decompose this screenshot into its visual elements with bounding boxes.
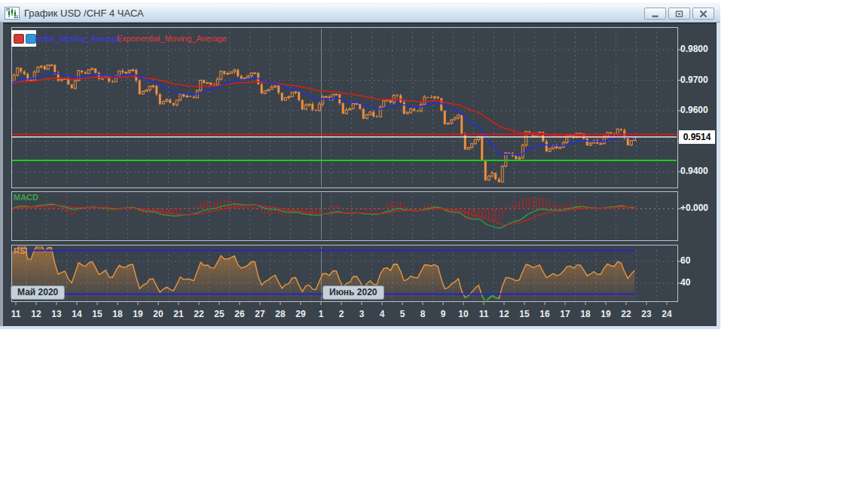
time-axis-label: 22 [189, 309, 209, 319]
chart-window: График USD /CHF 4 ЧАСА Exponential_Movin… [0, 3, 720, 329]
time-axis-label: 19 [128, 309, 148, 319]
time-axis-label: 20 [148, 309, 168, 319]
time-axis-label: 10 [454, 309, 473, 319]
time-axis-label: 8 [413, 309, 432, 319]
time-axis-label: 29 [291, 309, 310, 319]
time-axis-label: 11 [6, 309, 26, 319]
time-axis-label: 25 [209, 309, 229, 319]
time-axis-label: 3 [352, 309, 371, 319]
month-label-may: Май 2020 [11, 285, 65, 300]
price-axis-label: 0.9400 [680, 166, 717, 176]
price-axis-label: 0.9800 [680, 44, 717, 54]
time-axis-label: 23 [637, 309, 656, 319]
time-axis-label: 21 [169, 309, 188, 319]
time-axis-label: 13 [47, 309, 66, 319]
ema-slow-color-swatch[interactable] [14, 34, 24, 44]
time-axis-label: 12 [494, 309, 514, 319]
time-axis-label: 26 [230, 309, 249, 319]
macd-axis-label: +0.000 [680, 203, 717, 213]
time-axis-label: 28 [270, 309, 290, 319]
time-axis-label: 1 [311, 309, 331, 319]
time-axis-label: 15 [515, 309, 534, 319]
time-axis-label: 19 [596, 309, 616, 319]
time-axis-label: 18 [108, 309, 127, 319]
price-axis-label: 0.9600 [680, 105, 717, 115]
chart-canvas[interactable] [0, 3, 720, 329]
month-label-june: Июнь 2020 [322, 285, 384, 300]
macd-label: MACD [14, 193, 38, 202]
time-axis-label: 18 [576, 309, 595, 319]
time-axis-label: 24 [657, 309, 677, 319]
rsi-label: RSI [14, 246, 27, 255]
time-axis-label: 22 [616, 309, 636, 319]
current-price-label: 0.9514 [679, 130, 715, 144]
time-axis-label: 14 [67, 309, 87, 319]
time-axis-label: 12 [26, 309, 46, 319]
time-axis-label: 9 [433, 309, 453, 319]
time-axis-label: 15 [87, 309, 107, 319]
rsi-axis-label: 40 [680, 277, 717, 288]
time-axis-label: 27 [250, 309, 270, 319]
time-axis-label: 11 [474, 309, 494, 319]
rsi-axis-label: 60 [680, 255, 717, 266]
time-axis-label: 5 [393, 309, 412, 319]
legend-swatch-box [11, 30, 36, 47]
time-axis-label: 16 [535, 309, 555, 319]
price-axis-label: 0.9700 [680, 75, 717, 85]
time-axis-label: 2 [332, 309, 351, 319]
legend-ema-slow-label: Exponential_Moving_Average [117, 34, 227, 43]
time-axis-label: 17 [555, 309, 575, 319]
time-axis-label: 4 [372, 309, 392, 319]
ema-fast-color-swatch[interactable] [26, 34, 36, 44]
